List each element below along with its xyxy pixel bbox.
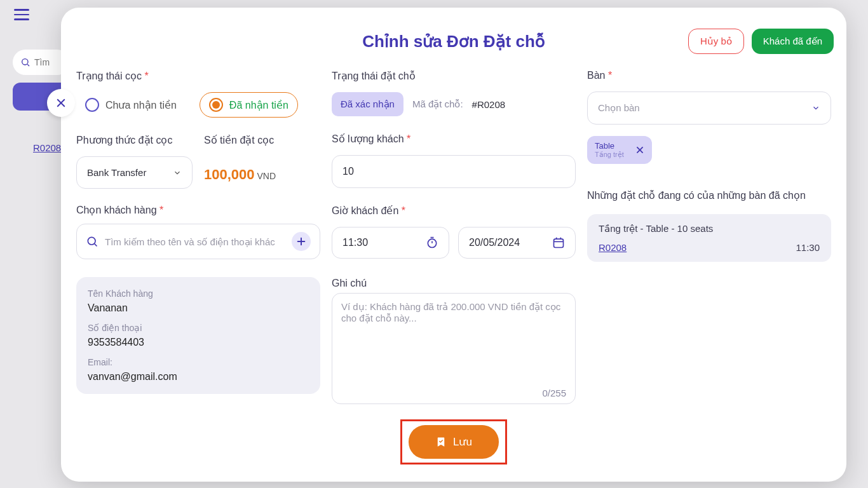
customer-email-value: vanvan@gmail.com xyxy=(88,371,309,383)
calendar-icon xyxy=(552,236,565,249)
customer-phone-label: Số điện thoại xyxy=(88,323,309,333)
search-icon xyxy=(86,235,98,248)
deposit-amount-value: 100,000 VND xyxy=(204,156,320,183)
customer-search-field[interactable] xyxy=(76,224,320,259)
customer-search-input[interactable] xyxy=(105,236,285,247)
deposit-status-label: Trạng thái cọc xyxy=(76,70,320,82)
reservation-code-label: Mã đặt chỗ: xyxy=(412,98,463,110)
close-icon xyxy=(635,146,644,154)
arrival-date-value: 20/05/2024 xyxy=(469,237,520,248)
table-label: Bàn xyxy=(587,70,831,81)
customer-card: Tên Khách hàng Vananan Số điện thoại 935… xyxy=(76,277,320,394)
bg-search-placeholder: Tìm xyxy=(34,57,50,67)
add-customer-button[interactable] xyxy=(292,232,311,251)
customer-phone-value: 9353584403 xyxy=(88,337,309,348)
customer-name-value: Vananan xyxy=(88,302,309,314)
existing-table-header: Tầng trệt - Table - 10 seats xyxy=(599,223,820,234)
arrival-date-picker[interactable]: 20/05/2024 xyxy=(458,227,576,259)
table-chip-name: Table xyxy=(595,141,624,151)
cancel-button[interactable]: Hủy bỏ xyxy=(688,29,744,54)
status-badge-confirmed: Đã xác nhận xyxy=(332,92,403,116)
edit-reservation-modal: Chỉnh sửa Đơn Đặt chỗ Hủy bỏ Khách đã đế… xyxy=(61,8,846,482)
note-field[interactable]: 0/255 xyxy=(332,293,576,404)
remove-table-chip-button[interactable] xyxy=(635,146,644,154)
bookmark-check-icon xyxy=(435,437,447,448)
customer-email-label: Email: xyxy=(88,357,309,367)
guest-count-input[interactable] xyxy=(332,155,576,188)
deposit-amount-label: Số tiền đặt cọc xyxy=(204,134,320,146)
svg-line-1 xyxy=(27,64,29,66)
deposit-method-label: Phương thức đặt cọc xyxy=(76,134,193,146)
save-button-label: Lưu xyxy=(453,435,472,449)
menu-icon[interactable] xyxy=(14,9,29,20)
existing-reservation-card: Tầng trệt - Table - 10 seats R0208 11:30 xyxy=(587,214,831,262)
save-button[interactable]: Lưu xyxy=(409,425,499,459)
selected-table-chip: Table Tầng trệt xyxy=(587,136,652,164)
save-button-highlight: Lưu xyxy=(400,419,507,464)
svg-line-5 xyxy=(95,244,97,247)
deposit-method-value: Bank Transfer xyxy=(87,167,146,178)
existing-reservation-link[interactable]: R0208 xyxy=(599,242,627,253)
svg-point-4 xyxy=(88,237,95,245)
guest-arrived-button[interactable]: Khách đã đến xyxy=(752,29,834,54)
chevron-down-icon xyxy=(173,168,182,177)
arrival-time-value: 11:30 xyxy=(342,237,368,248)
arrival-time-picker[interactable]: 11:30 xyxy=(332,227,449,259)
radio-paid[interactable]: Đã nhận tiền xyxy=(200,92,298,118)
radio-paid-label: Đã nhận tiền xyxy=(229,99,288,111)
existing-reservation-time: 11:30 xyxy=(796,242,820,253)
reservation-status-label: Trạng thái đặt chỗ xyxy=(332,70,576,82)
modal-title: Chỉnh sửa Đơn Đặt chỗ xyxy=(362,32,545,51)
radio-unpaid[interactable]: Chưa nhận tiền xyxy=(76,93,186,117)
bg-reservation-link[interactable]: R0208 xyxy=(33,142,61,153)
table-chip-floor: Tầng trệt xyxy=(595,151,624,159)
table-select-placeholder: Chọn bàn xyxy=(598,102,640,114)
customer-name-label: Tên Khách hàng xyxy=(88,288,309,299)
radio-unpaid-label: Chưa nhận tiền xyxy=(105,99,177,111)
timer-icon xyxy=(426,236,438,249)
note-char-counter: 0/255 xyxy=(341,388,566,398)
close-modal-button[interactable] xyxy=(47,89,75,117)
customer-label: Chọn khách hàng xyxy=(76,204,320,216)
plus-icon xyxy=(296,236,306,247)
radio-checked-icon xyxy=(209,98,223,112)
deposit-method-select[interactable]: Bank Transfer xyxy=(76,156,193,189)
guest-count-label: Số lượng khách xyxy=(332,133,576,145)
radio-unchecked-icon xyxy=(85,98,99,112)
note-label: Ghi chú xyxy=(332,278,576,289)
note-textarea[interactable] xyxy=(341,301,566,388)
chevron-down-icon xyxy=(811,104,820,112)
svg-point-0 xyxy=(22,59,28,65)
table-select[interactable]: Chọn bàn xyxy=(587,92,831,125)
arrival-time-label: Giờ khách đến xyxy=(332,205,576,217)
existing-reservations-label: Những đặt chỗ đang có của những bàn đã c… xyxy=(587,189,831,201)
reservation-code-value: #R0208 xyxy=(472,99,506,110)
svg-rect-11 xyxy=(554,239,564,247)
